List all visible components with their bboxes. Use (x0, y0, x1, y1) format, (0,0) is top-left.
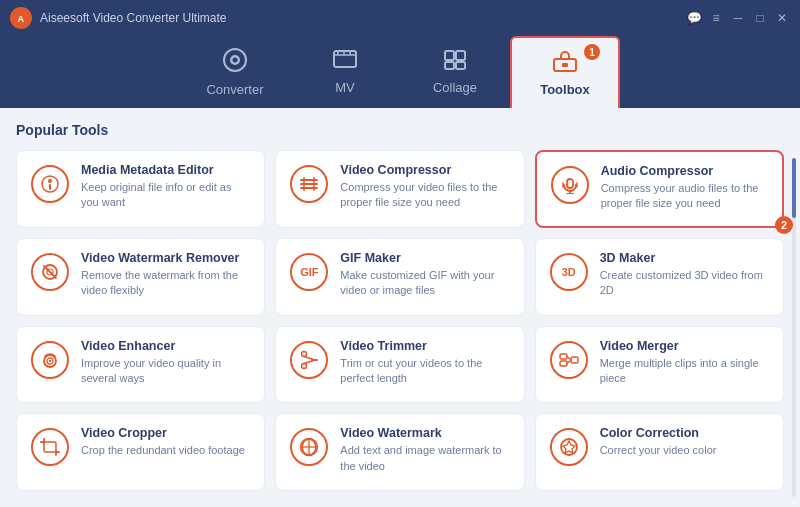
color-correction-desc: Correct your video color (600, 443, 769, 458)
video-merger-text: Video Merger Merge multiple clips into a… (600, 339, 769, 387)
video-compressor-text: Video Compressor Compress your video fil… (340, 163, 509, 211)
svg-rect-10 (445, 51, 454, 60)
converter-icon (222, 47, 248, 77)
3d-maker-name: 3D Maker (600, 251, 769, 265)
nav-collage[interactable]: Collage (400, 36, 510, 108)
nav-mv-label: MV (335, 80, 355, 95)
video-cropper-text: Video Cropper Crop the redundant video f… (81, 426, 250, 458)
tool-video-trimmer[interactable]: Video Trimmer Trim or cut your videos to… (275, 326, 524, 404)
svg-rect-11 (456, 51, 465, 60)
main-content: 2 Popular Tools Media Metadata Editor Ke… (0, 108, 800, 507)
video-cropper-icon (31, 428, 69, 466)
nav-converter[interactable]: Converter (180, 36, 290, 108)
video-trimmer-icon (290, 341, 328, 379)
section-title: Popular Tools (16, 122, 784, 138)
video-watermark-text: Video Watermark Add text and image water… (340, 426, 509, 474)
tool-video-enhancer[interactable]: Video Enhancer Improve your video qualit… (16, 326, 265, 404)
app-title: Aiseesoft Video Converter Ultimate (40, 11, 686, 25)
svg-rect-24 (567, 179, 573, 188)
close-button[interactable]: ✕ (774, 10, 790, 26)
nav-collage-label: Collage (433, 80, 477, 95)
svg-point-4 (233, 58, 238, 63)
title-bar: A Aiseesoft Video Converter Ultimate 💬 ≡… (0, 0, 800, 36)
tool-3d-maker[interactable]: 3D 3D Maker Create customized 3D video f… (535, 238, 784, 316)
tool-video-compressor[interactable]: Video Compressor Compress your video fil… (275, 150, 524, 228)
video-merger-desc: Merge multiple clips into a single piece (600, 356, 769, 387)
tool-gif-maker[interactable]: GIF GIF Maker Make customized GIF with y… (275, 238, 524, 316)
mv-icon (332, 49, 358, 75)
tool-audio-compressor[interactable]: Audio Compressor Compress your audio fil… (535, 150, 784, 228)
tool-video-watermark[interactable]: Video Watermark Add text and image water… (275, 413, 524, 491)
svg-rect-13 (456, 62, 465, 69)
video-watermark-remover-name: Video Watermark Remover (81, 251, 250, 265)
minimize-button[interactable]: ─ (730, 10, 746, 26)
collage-icon (443, 49, 467, 75)
gif-maker-desc: Make customized GIF with your video or i… (340, 268, 509, 299)
nav-converter-label: Converter (206, 82, 263, 97)
video-trimmer-name: Video Trimmer (340, 339, 509, 353)
video-enhancer-desc: Improve your video quality in several wa… (81, 356, 250, 387)
tool-video-watermark-remover[interactable]: Video Watermark Remover Remove the water… (16, 238, 265, 316)
audio-compressor-name: Audio Compressor (601, 164, 768, 178)
video-merger-icon (550, 341, 588, 379)
svg-rect-43 (44, 442, 56, 452)
tool-video-cropper[interactable]: Video Cropper Crop the redundant video f… (16, 413, 265, 491)
video-watermark-desc: Add text and image watermark to the vide… (340, 443, 509, 474)
svg-rect-42 (571, 357, 578, 363)
svg-rect-17 (49, 184, 51, 190)
nav-toolbox[interactable]: 1 Toolbox (510, 36, 620, 108)
toolbox-badge: 1 (584, 44, 600, 60)
video-trimmer-desc: Trim or cut your videos to the perfect l… (340, 356, 509, 387)
color-correction-name: Color Correction (600, 426, 769, 440)
media-metadata-text: Media Metadata Editor Keep original file… (81, 163, 250, 211)
chat-icon[interactable]: 💬 (686, 10, 702, 26)
video-watermark-icon (290, 428, 328, 466)
video-watermark-name: Video Watermark (340, 426, 509, 440)
svg-rect-40 (560, 354, 567, 359)
tool-color-correction[interactable]: Color Correction Correct your video colo… (535, 413, 784, 491)
video-watermark-remover-desc: Remove the watermark from the video flex… (81, 268, 250, 299)
svg-point-34 (49, 359, 51, 361)
media-metadata-desc: Keep original file info or edit as you w… (81, 180, 250, 211)
video-compressor-desc: Compress your video files to the proper … (340, 180, 509, 211)
badge-2: 2 (775, 216, 793, 234)
color-correction-text: Color Correction Correct your video colo… (600, 426, 769, 458)
video-compressor-name: Video Compressor (340, 163, 509, 177)
media-metadata-name: Media Metadata Editor (81, 163, 250, 177)
video-compressor-icon (290, 165, 328, 203)
svg-rect-12 (445, 62, 454, 69)
audio-compressor-text: Audio Compressor Compress your audio fil… (601, 164, 768, 212)
window-controls: 💬 ≡ ─ □ ✕ (686, 10, 790, 26)
svg-rect-15 (562, 63, 568, 67)
gif-maker-icon: GIF (290, 253, 328, 291)
app-logo: A (10, 7, 32, 29)
svg-text:A: A (18, 14, 25, 24)
video-cropper-desc: Crop the redundant video footage (81, 443, 250, 458)
color-correction-icon (550, 428, 588, 466)
nav-toolbox-label: Toolbox (540, 82, 590, 97)
tool-media-metadata-editor[interactable]: Media Metadata Editor Keep original file… (16, 150, 265, 228)
video-enhancer-name: Video Enhancer (81, 339, 250, 353)
video-trimmer-text: Video Trimmer Trim or cut your videos to… (340, 339, 509, 387)
video-cropper-name: Video Cropper (81, 426, 250, 440)
3d-maker-icon: 3D (550, 253, 588, 291)
video-enhancer-text: Video Enhancer Improve your video qualit… (81, 339, 250, 387)
video-watermark-remover-icon (31, 253, 69, 291)
video-watermark-remover-text: Video Watermark Remover Remove the water… (81, 251, 250, 299)
nav-mv[interactable]: MV (290, 36, 400, 108)
svg-rect-41 (560, 361, 567, 366)
tool-video-merger[interactable]: Video Merger Merge multiple clips into a… (535, 326, 784, 404)
gif-maker-name: GIF Maker (340, 251, 509, 265)
nav-bar: Converter MV Collage 1 (0, 36, 800, 108)
menu-icon[interactable]: ≡ (708, 10, 724, 26)
video-enhancer-icon (31, 341, 69, 379)
svg-line-30 (44, 266, 56, 278)
3d-maker-desc: Create customized 3D video from 2D (600, 268, 769, 299)
tools-grid: Media Metadata Editor Keep original file… (16, 150, 784, 491)
maximize-button[interactable]: □ (752, 10, 768, 26)
gif-maker-text: GIF Maker Make customized GIF with your … (340, 251, 509, 299)
audio-compressor-desc: Compress your audio files to the proper … (601, 181, 768, 212)
video-merger-name: Video Merger (600, 339, 769, 353)
toolbox-icon (552, 49, 578, 77)
scrollbar-thumb[interactable] (792, 158, 796, 218)
